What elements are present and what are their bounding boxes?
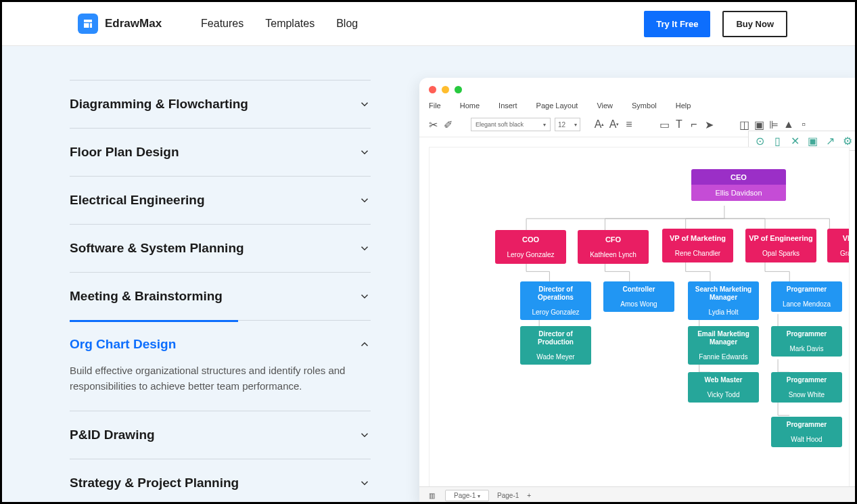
gear-icon[interactable]: ⚙ bbox=[842, 135, 853, 146]
nav-features[interactable]: Features bbox=[201, 18, 244, 30]
export-icon[interactable]: ↗ bbox=[825, 135, 835, 146]
acc-title: Floor Plan Design bbox=[70, 145, 179, 160]
acc-item-meeting[interactable]: Meeting & Brainstorming bbox=[70, 272, 371, 320]
page-tab-active[interactable]: Page-1 bbox=[497, 492, 519, 499]
add-page-button[interactable]: + bbox=[527, 492, 531, 499]
chevron-down-icon bbox=[358, 146, 371, 158]
menu-view[interactable]: View bbox=[597, 101, 613, 110]
org-node-dops[interactable]: Director of Operations Leroy Gonzalez bbox=[520, 281, 591, 320]
org-node-coo[interactable]: COO Leroy Gonzalez bbox=[495, 230, 566, 264]
menu-pagelayout[interactable]: Page Layout bbox=[536, 101, 578, 110]
node-role: Director of Operations bbox=[523, 285, 588, 302]
acc-title: Software & System Planning bbox=[70, 241, 244, 256]
zoom-icon[interactable]: ⊙ bbox=[754, 135, 765, 146]
node-name: Kathleen Lynch bbox=[580, 248, 646, 258]
app-window: File Home Insert Page Layout View Symbol… bbox=[419, 78, 857, 504]
acc-item-floorplan[interactable]: Floor Plan Design bbox=[70, 128, 371, 176]
acc-body: Build effective organizational structure… bbox=[70, 363, 371, 394]
chevron-down-icon bbox=[358, 290, 371, 302]
org-node-ceo[interactable]: CEO Ellis Davidson bbox=[691, 169, 786, 201]
node-role: VP of Marketing bbox=[665, 234, 731, 243]
org-node-vpe[interactable]: VP of Engineering Opal Sparks bbox=[745, 229, 816, 262]
try-free-button[interactable]: Try It Free bbox=[644, 11, 710, 37]
expand-icon[interactable]: ✕ bbox=[789, 135, 800, 146]
cursor-icon[interactable]: ➤ bbox=[703, 119, 714, 130]
maximize-icon[interactable] bbox=[455, 86, 462, 93]
font-decrease-icon[interactable]: A▾ bbox=[609, 119, 620, 130]
node-role: COO bbox=[498, 235, 563, 244]
node-role: Director of Production bbox=[523, 330, 588, 346]
node-name: Wade Meyer bbox=[523, 350, 588, 361]
buy-now-button[interactable]: Buy Now bbox=[722, 11, 787, 37]
warn-icon[interactable]: ▲ bbox=[783, 119, 794, 130]
node-role: VP of Engineering bbox=[748, 234, 814, 243]
rect-icon[interactable]: ▭ bbox=[659, 119, 670, 130]
nav-blog[interactable]: Blog bbox=[336, 18, 358, 30]
org-node-prog4[interactable]: Programmer Walt Hood bbox=[771, 417, 842, 447]
acc-item-software[interactable]: Software & System Planning bbox=[70, 224, 371, 272]
node-name: Opal Sparks bbox=[748, 247, 814, 257]
fit-icon[interactable]: ▯ bbox=[772, 135, 783, 146]
connector-icon[interactable]: ⌐ bbox=[689, 119, 699, 130]
org-node-vpm[interactable]: VP of Marketing Rene Chandler bbox=[662, 229, 733, 262]
acc-item-electrical[interactable]: Electrical Engineering bbox=[70, 176, 371, 224]
node-role: CFO bbox=[580, 235, 646, 244]
acc-item-orgchart[interactable]: Org Chart Design Build effective organiz… bbox=[70, 320, 371, 411]
save-icon[interactable]: ▣ bbox=[807, 135, 818, 146]
org-node-smm[interactable]: Search Marketing Manager Lydia Holt bbox=[688, 281, 759, 320]
paint-icon[interactable]: ✐ bbox=[442, 119, 453, 130]
minimize-icon[interactable] bbox=[442, 86, 449, 93]
node-name: Mark Davis bbox=[774, 342, 839, 352]
size-selector[interactable]: 12▾ bbox=[555, 118, 580, 131]
org-node-ctrl[interactable]: Controller Amos Wong bbox=[603, 281, 674, 312]
node-role: Controller bbox=[606, 285, 672, 294]
feature-accordion: Diagramming & Flowcharting Floor Plan De… bbox=[70, 80, 371, 504]
brand[interactable]: EdrawMax bbox=[78, 14, 162, 34]
node-role: CEO bbox=[694, 173, 783, 182]
org-node-vp5[interactable]: VP Gran bbox=[827, 229, 850, 262]
org-node-prog3[interactable]: Programmer Snow White bbox=[771, 372, 842, 403]
acc-item-strategy[interactable]: Strategy & Project Planning bbox=[70, 459, 371, 505]
group-icon[interactable]: ▣ bbox=[754, 119, 764, 130]
acc-item-pid[interactable]: P&ID Drawing bbox=[70, 411, 371, 459]
org-node-prog1[interactable]: Programmer Lance Mendoza bbox=[771, 281, 842, 312]
org-node-wm[interactable]: Web Master Vicky Todd bbox=[688, 372, 759, 403]
acc-title: P&ID Drawing bbox=[70, 428, 155, 442]
menu-home[interactable]: Home bbox=[460, 101, 480, 110]
align-icon[interactable]: ≡ bbox=[624, 119, 634, 130]
text-icon[interactable]: T bbox=[674, 119, 685, 130]
layer-icon[interactable]: ◫ bbox=[739, 119, 749, 130]
more-icon[interactable]: ▫ bbox=[798, 119, 809, 130]
node-name: Walt Hood bbox=[774, 433, 839, 443]
node-name: Vicky Todd bbox=[691, 388, 756, 398]
org-node-emm[interactable]: Email Marketing Manager Fannie Edwards bbox=[688, 326, 759, 365]
cta-group: Try It Free Buy Now bbox=[644, 11, 787, 37]
chevron-down-icon bbox=[358, 194, 371, 206]
org-node-cfo[interactable]: CFO Kathleen Lynch bbox=[578, 230, 649, 264]
align2-icon[interactable]: ⊫ bbox=[768, 119, 779, 130]
acc-item-diagramming[interactable]: Diagramming & Flowcharting bbox=[70, 80, 371, 128]
chevron-down-icon bbox=[358, 242, 371, 254]
pages-icon[interactable]: ▥ bbox=[426, 490, 437, 501]
cut-icon[interactable]: ✂ bbox=[427, 119, 438, 130]
close-icon[interactable] bbox=[429, 86, 436, 93]
menu-symbol[interactable]: Symbol bbox=[632, 101, 657, 110]
node-name: Amos Wong bbox=[606, 298, 672, 308]
menu-insert[interactable]: Insert bbox=[499, 101, 517, 110]
font-selector[interactable]: Elegant soft black▾ bbox=[471, 118, 551, 131]
page-tab-dropdown[interactable]: Page-1 ▾ bbox=[445, 490, 489, 501]
node-role: VP bbox=[830, 234, 850, 243]
node-name: Lydia Holt bbox=[691, 306, 756, 316]
nav-templates[interactable]: Templates bbox=[265, 18, 315, 30]
font-increase-icon[interactable]: A▴ bbox=[594, 119, 605, 130]
menu-file[interactable]: File bbox=[429, 101, 441, 110]
node-role: Search Marketing Manager bbox=[691, 285, 756, 302]
org-node-dprod[interactable]: Director of Production Wade Meyer bbox=[520, 326, 591, 365]
org-node-prog2[interactable]: Programmer Mark Davis bbox=[771, 326, 842, 357]
main-nav: Features Templates Blog bbox=[201, 18, 358, 30]
brand-name: EdrawMax bbox=[105, 17, 162, 30]
canvas[interactable]: CEO Ellis Davidson COO Leroy Gonzalez CF… bbox=[429, 147, 850, 490]
menu-help[interactable]: Help bbox=[676, 101, 691, 110]
node-name: Lance Mendoza bbox=[774, 298, 839, 308]
acc-title: Org Chart Design bbox=[70, 337, 176, 352]
